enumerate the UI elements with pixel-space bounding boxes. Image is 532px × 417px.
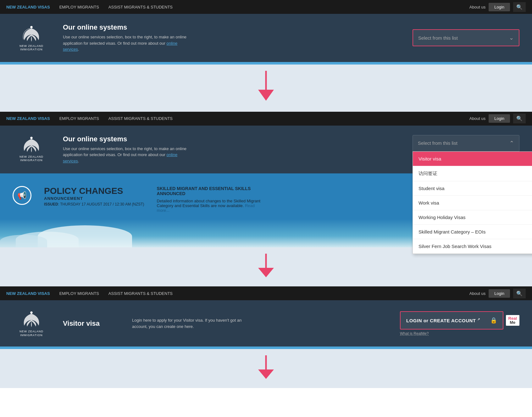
nav-right-3: About us Login 🔍 [469, 289, 526, 298]
login-button-text: LOGIN or CREATE ACCOUNT ↗ [406, 318, 480, 323]
blue-stripe-1 [0, 62, 532, 65]
login-button-2[interactable]: Login [489, 114, 510, 123]
nav-right: About us Login 🔍 [469, 2, 526, 12]
nav-link-employ[interactable]: EMPLOY MIGRANTS [59, 5, 99, 9]
realme-me-text: Me [510, 320, 515, 324]
svg-marker-2 [258, 90, 274, 101]
policy-issued: ISSUED: THURSDAY 17 AUGUST 2017 / 12:30 … [44, 202, 144, 206]
realme-real-text: Real [508, 316, 517, 320]
what-is-realme-link[interactable]: What is RealMe? [400, 331, 519, 336]
login-button-3[interactable]: Login [489, 289, 510, 298]
nav-bar-1: NEW ZEALAND VISAS EMPLOY MIGRANTS ASSIST… [0, 0, 532, 14]
nav-link-nzvisas-3[interactable]: NEW ZEALAND VISAS [6, 291, 50, 296]
search-icon-1: 🔍 [516, 4, 523, 10]
header-title-1: Our online systems [63, 23, 400, 31]
dropdown-item-silver-fern[interactable]: Silver Fern Job Search Work Visas [413, 239, 532, 254]
policy-content: POLICY CHANGES ANNOUNCEMENT ISSUED: THUR… [44, 186, 144, 206]
cloud-2 [38, 225, 132, 247]
about-link[interactable]: About us [469, 5, 485, 9]
visitor-visa-title-area: Visitor visa [63, 319, 119, 328]
header-section-3: NEW ZEALAND IMMIGRATION Visitor visa Log… [0, 300, 532, 347]
chevron-down-icon-1: ⌄ [509, 34, 514, 41]
down-arrow-1 [258, 71, 274, 105]
dropdown-item-working-holiday[interactable]: Working Holiday Visas [413, 210, 532, 225]
dropdown-placeholder-2: Select from this list [418, 140, 457, 146]
nz-fern-logo-2 [19, 135, 44, 154]
visitor-visa-title: Visitor visa [63, 319, 119, 328]
dropdown-open-area-2: Select from this list ⌃ Visitor visa 访问签… [413, 135, 519, 151]
realme-badge: Real Me [506, 315, 519, 326]
nav-link-employ-3[interactable]: EMPLOY MIGRANTS [59, 291, 99, 296]
header-content-2: Our online systems Use our online servic… [63, 135, 400, 164]
external-link-icon: ↗ [477, 318, 480, 321]
lock-icon: 🔒 [490, 317, 497, 324]
header-content-3: Login here to apply for your Visitor vis… [132, 317, 387, 330]
about-link-3[interactable]: About us [469, 291, 485, 296]
policy-subtitle: ANNOUNCEMENT [44, 196, 144, 201]
about-link-2[interactable]: About us [469, 116, 485, 121]
nav-link-assist-2[interactable]: ASSIST MIGRANTS & STUDENTS [108, 116, 173, 121]
svg-marker-8 [258, 369, 274, 379]
policy-right-desc: Detailed information about changes to th… [157, 199, 267, 213]
down-arrow-3 [258, 355, 274, 382]
arrow-section-1 [0, 65, 532, 112]
search-icon-2: 🔍 [516, 116, 523, 121]
logo-text-1: NEW ZEALAND IMMIGRATION [19, 44, 43, 52]
dropdown-item-visitor-visa[interactable]: Visitor visa [413, 152, 532, 166]
dropdown-item-chinese-visitor[interactable]: 访问签证 [413, 166, 532, 181]
login-create-account-button[interactable]: LOGIN or CREATE ACCOUNT ↗ 🔒 [400, 311, 503, 330]
search-button-3[interactable]: 🔍 [513, 289, 526, 298]
dropdown-list-2: Visitor visa 访问签证 Student visa Work visa… [413, 151, 532, 254]
logo-area-3: NEW ZEALAND IMMIGRATION [13, 310, 50, 337]
header-desc-2: Use our online services selection, box t… [63, 146, 189, 164]
svg-point-6 [30, 312, 32, 314]
dropdown-placeholder-1: Select from this list [418, 35, 458, 41]
svg-marker-5 [258, 268, 274, 277]
nz-fern-logo-1 [19, 24, 44, 43]
logo-text-2: NEW ZEALAND IMMIGRATION [19, 155, 43, 162]
nav-right-2: About us Login 🔍 [469, 114, 526, 123]
svg-point-0 [30, 26, 32, 28]
logo-area-2: NEW ZEALAND IMMIGRATION [13, 135, 50, 162]
chevron-up-icon-2: ⌃ [509, 140, 514, 147]
header-section-1: NEW ZEALAND IMMIGRATION Our online syste… [0, 14, 532, 62]
header-content-1: Our online systems Use our online servic… [63, 23, 400, 53]
nav-link-employ-2[interactable]: EMPLOY MIGRANTS [59, 116, 99, 121]
nav-bar-2: NEW ZEALAND VISAS EMPLOY MIGRANTS ASSIST… [0, 112, 532, 126]
arrow-section-3 [0, 349, 532, 388]
megaphone-icon: 📢 [13, 186, 31, 205]
nav-links-3: NEW ZEALAND VISAS EMPLOY MIGRANTS ASSIST… [6, 291, 469, 296]
dropdown-item-student-visa[interactable]: Student visa [413, 181, 532, 196]
nav-link-nzvisas[interactable]: NEW ZEALAND VISAS [6, 5, 50, 9]
dropdown-select-1[interactable]: Select from this list ⌄ [413, 29, 519, 46]
svg-point-3 [30, 137, 32, 139]
dropdown-area-1: Select from this list ⌄ [413, 29, 519, 46]
nav-link-assist[interactable]: ASSIST MIGRANTS & STUDENTS [108, 5, 173, 9]
search-icon-3: 🔍 [516, 291, 523, 296]
logo-text-3: NEW ZEALAND IMMIGRATION [19, 330, 43, 337]
policy-right-title: SKILLED MIGRANT AND ESSENTIAL SKILLS ANN… [157, 186, 267, 196]
policy-right: SKILLED MIGRANT AND ESSENTIAL SKILLS ANN… [157, 186, 267, 213]
policy-title: POLICY CHANGES [44, 186, 144, 196]
login-area: LOGIN or CREATE ACCOUNT ↗ 🔒 Real Me What… [400, 311, 519, 336]
login-button-1[interactable]: Login [489, 3, 510, 11]
cloud-3 [0, 235, 47, 247]
nav-links-2: NEW ZEALAND VISAS EMPLOY MIGRANTS ASSIST… [6, 116, 469, 121]
nav-bar-3: NEW ZEALAND VISAS EMPLOY MIGRANTS ASSIST… [0, 286, 532, 300]
search-button-1[interactable]: 🔍 [513, 2, 526, 12]
search-button-2[interactable]: 🔍 [513, 114, 526, 123]
header-section-2: NEW ZEALAND IMMIGRATION Our online syste… [0, 126, 532, 174]
nav-link-assist-3[interactable]: ASSIST MIGRANTS & STUDENTS [108, 291, 173, 296]
dropdown-open-select-2[interactable]: Select from this list ⌃ [413, 135, 519, 151]
nav-link-nzvisas-2[interactable]: NEW ZEALAND VISAS [6, 116, 50, 121]
blue-stripe-3 [0, 347, 532, 349]
nav-links: NEW ZEALAND VISAS EMPLOY MIGRANTS ASSIST… [6, 5, 469, 9]
header-desc-3: Login here to apply for your Visitor vis… [132, 317, 258, 330]
header-desc-1: Use our online services selection, box t… [63, 34, 189, 53]
dropdown-item-skilled-migrant[interactable]: Skilled Migrant Category – EOIs [413, 225, 532, 239]
login-row: LOGIN or CREATE ACCOUNT ↗ 🔒 Real Me [400, 311, 519, 330]
down-arrow-2 [258, 254, 274, 280]
header-title-2: Our online systems [63, 135, 400, 143]
dropdown-item-work-visa[interactable]: Work visa [413, 196, 532, 210]
nz-fern-logo-3 [19, 310, 44, 329]
